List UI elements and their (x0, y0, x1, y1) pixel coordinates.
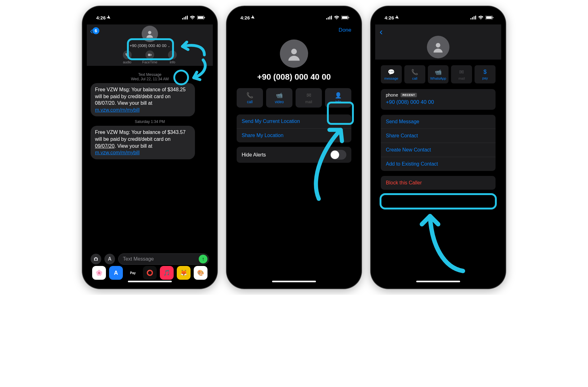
info-button[interactable]: i info (168, 50, 177, 64)
block-caller-row[interactable]: Block this Caller (381, 176, 496, 190)
screen-messages: 4:26 ➤ ‹ 6 +90 (008) 000 40 00 ⌄ (87, 11, 213, 284)
hide-alerts-row: Hide Alerts (237, 147, 351, 163)
svg-rect-23 (486, 16, 492, 19)
message-link[interactable]: m.vzw.com/m/mybill (95, 150, 139, 155)
unread-count-badge[interactable]: 6 (92, 27, 99, 34)
facetime-button[interactable]: FaceTime (142, 50, 158, 64)
location-group: Send My Current Location Share My Locati… (237, 114, 351, 142)
contact-avatar (280, 40, 308, 68)
placeholder-text: Text Message (123, 256, 154, 262)
phone-icon: 📞 (246, 92, 253, 99)
dock-app-appstore[interactable]: A (109, 266, 123, 280)
mail-icon: ✉︎ (307, 92, 311, 99)
message-input[interactable]: Text Message ↑ (118, 253, 209, 265)
phone-number-card[interactable]: phone RECENT +90 (008) 000 40 00 (381, 89, 496, 110)
message-bubble[interactable]: Free VZW Msg: Your balance of $348.25 wi… (91, 83, 195, 116)
mail-tile: ✉︎ mail (296, 88, 322, 108)
video-tile[interactable]: 📹 video (266, 88, 292, 108)
whatsapp-tile[interactable]: 📹WhatsApp (428, 65, 449, 83)
status-time: 4:26 (240, 15, 250, 20)
notch (122, 6, 178, 15)
contact-number-label[interactable]: +90 (008) 000 40 00 ⌄ (87, 43, 213, 48)
call-tile[interactable]: 📞call (404, 65, 425, 83)
contact-action-row: 💬message 📞call 📹WhatsApp ✉︎mail $pay (375, 60, 501, 87)
dock-app-applepay[interactable]: Pay (126, 266, 140, 280)
dollar-icon: $ (484, 69, 487, 75)
back-button[interactable]: ‹ (380, 26, 383, 37)
info-icon: i (168, 50, 177, 59)
video-icon: 📹 (435, 69, 442, 76)
svg-rect-11 (328, 17, 329, 19)
camera-button[interactable] (91, 254, 101, 264)
send-button[interactable]: ↑ (199, 255, 207, 263)
phone-frame-3: 4:26 ➤ ‹ 💬message 📞call 📹WhatsApp (371, 6, 506, 289)
person-icon (286, 45, 302, 62)
done-button[interactable]: Done (339, 27, 351, 33)
app-dock: 🌸 A Pay ⭕ 🎵 🦊 🎨 (87, 266, 213, 280)
call-tile[interactable]: 📞 call (237, 88, 263, 108)
cellular-icon (326, 16, 332, 19)
video-icon (145, 50, 154, 59)
dock-app-fitness[interactable]: ⭕ (143, 266, 157, 280)
share-contact-row[interactable]: Share Contact (381, 129, 496, 143)
svg-rect-13 (331, 16, 332, 19)
notch (410, 6, 466, 15)
screen-contact-info: 4:26 ➤ ‹ 💬message 📞call 📹WhatsApp (375, 11, 501, 284)
phone-field-label: phone RECENT (386, 93, 417, 98)
contact-avatar[interactable] (142, 26, 158, 42)
svg-rect-15 (342, 16, 348, 19)
svg-rect-0 (182, 18, 183, 19)
phone-number-value[interactable]: +90 (008) 000 40 00 (386, 99, 491, 105)
svg-point-25 (436, 43, 440, 47)
send-message-row[interactable]: Send Message (381, 115, 496, 129)
svg-rect-12 (329, 16, 330, 19)
location-arrow-icon: ➤ (394, 14, 401, 21)
home-indicator[interactable] (128, 281, 172, 282)
home-indicator[interactable] (416, 281, 460, 282)
battery-icon (341, 16, 349, 19)
battery-icon (486, 16, 494, 19)
message-tile[interactable]: 💬message (381, 65, 402, 83)
screen-contact-card: 4:26 ➤ Done +90 (008) 000 40 00 📞 call (231, 11, 357, 284)
phone-icon (123, 50, 132, 59)
dock-app-misc1[interactable]: 🦊 (177, 266, 191, 280)
apps-button[interactable]: A (104, 254, 115, 264)
message-bubble[interactable]: Free VZW Msg: Your balance of $343.57 wi… (91, 126, 195, 159)
dock-app-music[interactable]: 🎵 (160, 266, 174, 280)
contact-number-title: +90 (008) 000 40 00 (231, 72, 357, 82)
annotation-highlight-block (380, 193, 497, 209)
person-icon (145, 29, 155, 39)
mail-icon: ✉︎ (459, 69, 464, 76)
svg-rect-6 (204, 17, 205, 18)
svg-rect-16 (349, 17, 349, 18)
dock-app-photos[interactable]: 🌸 (92, 266, 106, 280)
home-indicator[interactable] (272, 281, 316, 282)
audio-button[interactable]: audio (123, 50, 132, 64)
cellular-icon (182, 16, 188, 19)
message-icon: 💬 (388, 69, 395, 76)
wifi-icon (334, 16, 339, 19)
svg-rect-24 (493, 17, 493, 18)
appstore-icon: A (108, 256, 112, 262)
person-icon: 👤 (335, 92, 342, 99)
share-location-row[interactable]: Share My Location (237, 129, 351, 142)
phone-icon: 📞 (411, 69, 418, 76)
contact-action-row: 📞 call 📹 video ✉︎ mail 👤 info (231, 82, 357, 112)
svg-rect-3 (187, 16, 188, 19)
camera-icon (93, 256, 99, 262)
cellular-icon (470, 16, 476, 19)
info-tile[interactable]: 👤 info (325, 88, 351, 108)
message-link[interactable]: m.vzw.com/m/mybill (95, 107, 139, 113)
add-existing-row[interactable]: Add to Existing Contact (381, 157, 496, 171)
svg-rect-2 (185, 16, 186, 19)
svg-rect-5 (198, 16, 203, 19)
annotation-arrow-4 (413, 211, 469, 274)
pay-tile[interactable]: $pay (475, 65, 496, 83)
person-icon (431, 40, 445, 54)
hide-alerts-toggle[interactable] (330, 150, 346, 160)
send-location-row[interactable]: Send My Current Location (237, 114, 351, 129)
svg-rect-20 (474, 16, 475, 19)
status-time: 4:26 (385, 15, 394, 20)
dock-app-misc2[interactable]: 🎨 (194, 266, 207, 280)
create-contact-row[interactable]: Create New Contact (381, 143, 496, 157)
